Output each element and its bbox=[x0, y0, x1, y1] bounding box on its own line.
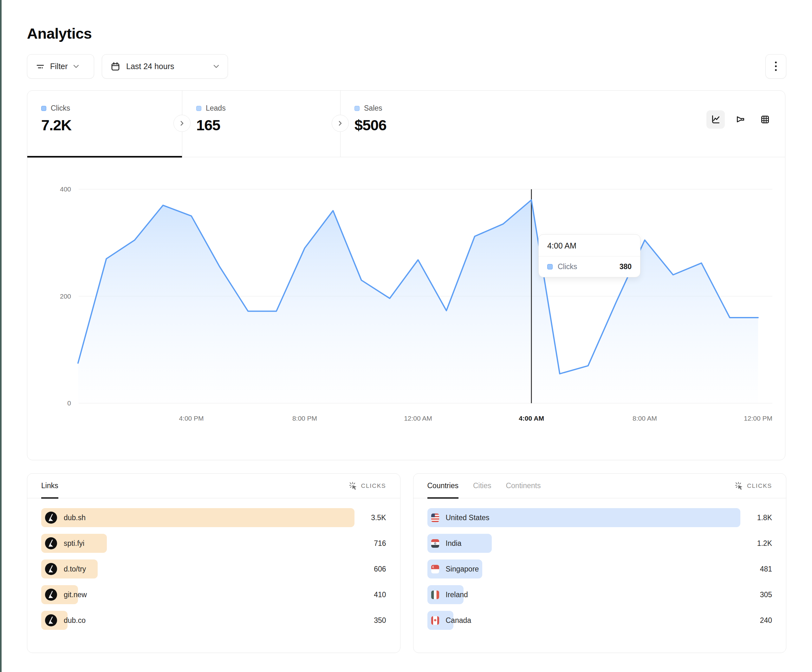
row-label: d.to/try bbox=[64, 565, 86, 573]
row-head: dub.sh bbox=[45, 508, 85, 527]
tab-label: Cities bbox=[473, 481, 491, 490]
sg-flag-icon bbox=[431, 565, 439, 573]
svg-text:4:00 AM: 4:00 AM bbox=[519, 414, 544, 422]
funnel-icon bbox=[735, 114, 746, 125]
clicks-column-header[interactable]: CLICKS bbox=[349, 481, 386, 490]
link-row[interactable]: spti.fyi716 bbox=[41, 534, 386, 553]
bar-track bbox=[427, 534, 741, 553]
row-label: Singapore bbox=[446, 565, 479, 573]
expand-clicks-tab-button[interactable] bbox=[174, 115, 191, 132]
tab-label: Links bbox=[41, 481, 58, 490]
table-view-button[interactable] bbox=[756, 110, 774, 129]
row-head: India bbox=[431, 534, 462, 553]
row-head: spti.fyi bbox=[45, 534, 84, 553]
analytics-page: Analytics Filter Last 24 hours bbox=[27, 0, 786, 653]
clicks-area-chart[interactable]: 02004004:00 PM8:00 PM12:00 AM4:00 AM8:00… bbox=[27, 157, 785, 460]
filter-icon bbox=[36, 62, 45, 71]
countries-panel: Countries Cities Continents CLICKS bbox=[413, 473, 786, 653]
row-head: Singapore bbox=[431, 559, 479, 578]
row-value: 3.5K bbox=[371, 508, 386, 527]
clicks-column-label: CLICKS bbox=[361, 483, 386, 490]
link-row[interactable]: git.new410 bbox=[41, 585, 386, 604]
bar-track bbox=[41, 585, 355, 604]
row-value: 240 bbox=[760, 611, 772, 630]
bar-track bbox=[41, 559, 355, 578]
row-value: 716 bbox=[374, 534, 386, 553]
clicks-column-label: CLICKS bbox=[747, 483, 772, 490]
clicks-column-header[interactable]: CLICKS bbox=[735, 481, 772, 490]
metric-tab-clicks[interactable]: Clicks 7.2K bbox=[27, 90, 182, 157]
table-grid-icon bbox=[760, 114, 771, 125]
country-row[interactable]: India1.2K bbox=[427, 534, 773, 553]
row-label: Canada bbox=[446, 616, 471, 625]
clicks-marker-icon bbox=[41, 106, 46, 111]
cursor-click-icon bbox=[349, 481, 358, 490]
metric-tab-leads[interactable]: Leads 165 bbox=[182, 90, 341, 157]
row-label: dub.sh bbox=[64, 513, 85, 522]
link-row[interactable]: d.to/try606 bbox=[41, 559, 386, 578]
svg-text:4:00 PM: 4:00 PM bbox=[179, 414, 203, 422]
cursor-click-icon bbox=[735, 481, 744, 490]
us-flag-icon bbox=[431, 513, 439, 522]
country-row[interactable]: Singapore481 bbox=[427, 559, 773, 578]
bar-track bbox=[41, 508, 355, 527]
chevron-right-icon bbox=[179, 120, 185, 127]
calendar-icon bbox=[110, 61, 121, 72]
dub-logo-icon bbox=[45, 512, 57, 524]
tab-label: Continents bbox=[506, 481, 541, 490]
bar-track bbox=[41, 611, 355, 630]
funnel-view-button[interactable] bbox=[731, 110, 749, 129]
row-label: dub.co bbox=[64, 616, 85, 625]
row-head: Ireland bbox=[431, 585, 468, 604]
filter-button[interactable]: Filter bbox=[27, 54, 94, 78]
more-options-button[interactable] bbox=[765, 54, 786, 78]
tab-continents[interactable]: Continents bbox=[506, 474, 541, 498]
line-chart-view-button[interactable] bbox=[706, 110, 725, 129]
country-row[interactable]: Canada240 bbox=[427, 611, 773, 630]
metric-label: Leads bbox=[206, 104, 226, 113]
dub-logo-icon bbox=[45, 537, 57, 549]
date-range-button[interactable]: Last 24 hours bbox=[102, 54, 228, 78]
svg-text:12:00 AM: 12:00 AM bbox=[404, 414, 432, 422]
expand-leads-tab-button[interactable] bbox=[332, 115, 349, 132]
leads-marker-icon bbox=[196, 106, 201, 111]
metric-value: 165 bbox=[196, 116, 340, 134]
page-title: Analytics bbox=[27, 25, 786, 42]
analytics-chart-card: Clicks 7.2K Leads 165 Sales $506 bbox=[27, 90, 785, 460]
tooltip-value: 380 bbox=[619, 263, 631, 271]
row-label: Ireland bbox=[446, 590, 468, 599]
tab-label: Countries bbox=[427, 481, 459, 490]
row-label: United States bbox=[446, 513, 490, 522]
svg-text:8:00 AM: 8:00 AM bbox=[633, 414, 657, 422]
row-value: 481 bbox=[760, 559, 772, 578]
dub-logo-icon bbox=[45, 588, 57, 601]
metric-tabs-bar: Clicks 7.2K Leads 165 Sales $506 bbox=[27, 90, 785, 157]
value-bar bbox=[41, 508, 355, 527]
country-row[interactable]: United States1.8K bbox=[427, 508, 773, 527]
row-value: 1.2K bbox=[757, 534, 772, 553]
row-value: 410 bbox=[374, 585, 386, 604]
sales-marker-icon bbox=[355, 106, 360, 111]
tab-countries[interactable]: Countries bbox=[427, 474, 459, 498]
metric-value: 7.2K bbox=[41, 116, 182, 134]
tooltip-series-label: Clicks bbox=[558, 263, 577, 271]
row-value: 350 bbox=[374, 611, 386, 630]
toolbar: Filter Last 24 hours bbox=[27, 54, 786, 78]
ie-flag-icon bbox=[431, 590, 439, 599]
kebab-icon bbox=[774, 60, 778, 73]
link-row[interactable]: dub.sh3.5K bbox=[41, 508, 386, 527]
tab-links[interactable]: Links bbox=[41, 474, 58, 498]
metric-label: Clicks bbox=[51, 104, 70, 113]
link-row[interactable]: dub.co350 bbox=[41, 611, 386, 630]
svg-text:0: 0 bbox=[67, 399, 71, 407]
row-head: d.to/try bbox=[45, 559, 86, 578]
links-rows: dub.sh3.5Kspti.fyi716d.to/try606git.new4… bbox=[27, 498, 400, 630]
clicks-marker-icon bbox=[547, 264, 553, 269]
line-chart-icon bbox=[710, 114, 721, 125]
active-tab-underline bbox=[427, 497, 459, 499]
country-row[interactable]: Ireland305 bbox=[427, 585, 773, 604]
chart-tooltip: 4:00 AM Clicks 380 bbox=[538, 234, 640, 277]
tab-cities[interactable]: Cities bbox=[473, 474, 491, 498]
chevron-down-icon bbox=[213, 64, 219, 69]
bar-track bbox=[41, 534, 355, 553]
